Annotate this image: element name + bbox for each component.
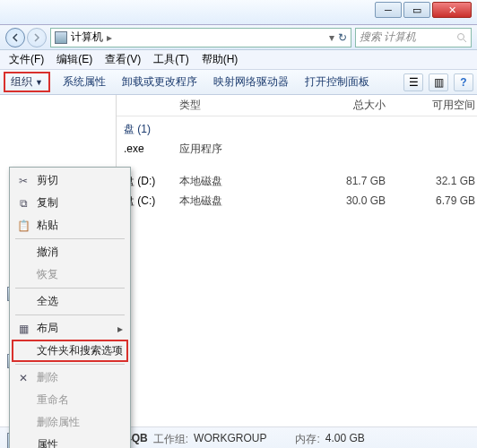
menu-select-all[interactable]: 全选 [12,290,128,313]
menu-paste[interactable]: 📋粘贴 [12,214,128,237]
chevron-right-icon: ▸ [107,31,112,44]
paste-icon: 📋 [17,220,30,232]
file-list: 类型 总大小 可用空间 盘 (1) .exe 应用程序 盘 (D:) 本地磁盘 … [117,95,477,426]
nav-back-button[interactable] [5,28,25,47]
col-type[interactable]: 类型 [179,98,287,113]
toolbar-map-drive[interactable]: 映射网络驱动器 [210,73,292,91]
menu-remove-props: 删除属性 [12,411,128,434]
list-item[interactable]: 盘 (C:) 本地磁盘 30.0 GB 6.79 GB [117,191,477,211]
cut-icon: ✂ [17,175,30,187]
menu-cut[interactable]: ✂剪切 [12,169,128,192]
search-placeholder: 搜索 计算机 [360,30,416,45]
menu-edit[interactable]: 编辑(E) [51,50,98,69]
search-icon [456,32,467,43]
pane-icon: ▥ [434,76,444,89]
organize-dropdown: ✂剪切 ⧉复制 📋粘贴 撤消 恢复 全选 ▦布局 文件夹和搜索选项 ✕删除 重命… [9,167,131,448]
toolbar-uninstall[interactable]: 卸载或更改程序 [118,73,201,91]
menu-file[interactable]: 文件(F) [4,50,49,69]
arrow-left-icon [11,33,20,42]
menu-undo[interactable]: 撤消 [12,241,128,263]
nav-forward-button[interactable] [27,28,47,47]
toolbar: 组织 ▼ 系统属性 卸载或更改程序 映射网络驱动器 打开控制面板 ☰ ▥ ? [0,70,477,95]
menu-properties[interactable]: 属性 [12,434,128,448]
help-button[interactable]: ? [454,73,473,91]
view-options-button[interactable]: ☰ [403,73,423,91]
delete-icon: ✕ [17,372,30,384]
breadcrumb[interactable]: 计算机 [71,30,103,45]
menu-redo: 恢复 [12,263,128,286]
minimize-button[interactable]: ─ [375,2,402,18]
menu-layout[interactable]: ▦布局 [12,317,128,340]
help-icon: ? [460,76,466,89]
menu-delete: ✕删除 [12,366,128,389]
window-controls: ─ ▭ ✕ [375,2,472,18]
view-icon: ☰ [409,76,419,89]
copy-icon: ⧉ [17,197,30,210]
details-memory: 4.00 GB [325,432,365,447]
menubar: 文件(F) 编辑(E) 查看(V) 工具(T) 帮助(H) [0,50,477,70]
menu-view[interactable]: 查看(V) [100,50,146,69]
titlebar: ─ ▭ ✕ [0,0,477,25]
menu-folder-options[interactable]: 文件夹和搜索选项 [12,340,128,362]
dropdown-icon[interactable]: ▾ [329,31,334,44]
toolbar-control-panel[interactable]: 打开控制面板 [301,73,373,91]
menu-copy[interactable]: ⧉复制 [12,192,128,214]
chevron-down-icon: ▼ [35,78,43,87]
menu-tools[interactable]: 工具(T) [148,50,194,69]
address-field[interactable]: 计算机 ▸ ▾ ↻ [50,28,351,47]
col-free[interactable]: 可用空间 [403,98,475,113]
list-item[interactable]: .exe 应用程序 [117,139,477,159]
details-workgroup: WORKGROUP [194,432,266,447]
col-total[interactable]: 总大小 [287,98,403,113]
maximize-button[interactable]: ▭ [403,2,430,18]
organize-button[interactable]: 组织 ▼ [4,72,50,92]
menu-rename: 重命名 [12,389,128,411]
menu-help[interactable]: 帮助(H) [196,50,244,69]
svg-line-1 [464,39,466,42]
preview-pane-button[interactable]: ▥ [429,73,448,91]
organize-label: 组织 [11,74,32,90]
group-header[interactable]: 盘 (1) [117,116,477,139]
computer-icon [55,31,67,44]
list-item[interactable]: 盘 (D:) 本地磁盘 81.7 GB 32.1 GB [117,171,477,191]
arrow-right-icon [32,33,41,42]
search-input[interactable]: 搜索 计算机 [355,28,472,47]
address-bar: 计算机 ▸ ▾ ↻ 搜索 计算机 [0,25,477,50]
close-button[interactable]: ✕ [432,2,472,18]
layout-icon: ▦ [17,323,30,335]
toolbar-system-properties[interactable]: 系统属性 [59,73,109,91]
column-headers: 类型 总大小 可用空间 [117,95,477,116]
svg-point-0 [458,33,464,39]
refresh-icon[interactable]: ↻ [338,31,347,44]
